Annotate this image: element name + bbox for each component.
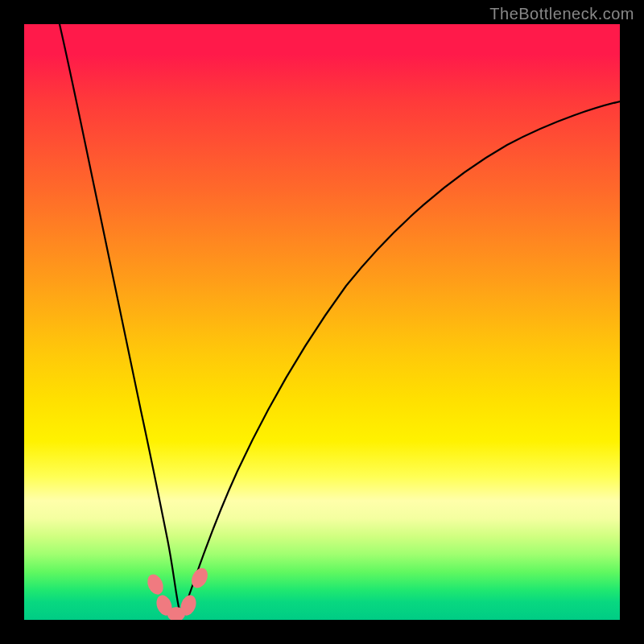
bottleneck-curve-left (60, 24, 181, 616)
chart-container: TheBottleneck.com (0, 0, 644, 644)
plot-area (24, 24, 620, 620)
optimal-blob (144, 572, 166, 597)
watermark-label: TheBottleneck.com (489, 5, 634, 23)
bottleneck-curve-right (181, 101, 620, 616)
curve-layer (24, 24, 620, 620)
